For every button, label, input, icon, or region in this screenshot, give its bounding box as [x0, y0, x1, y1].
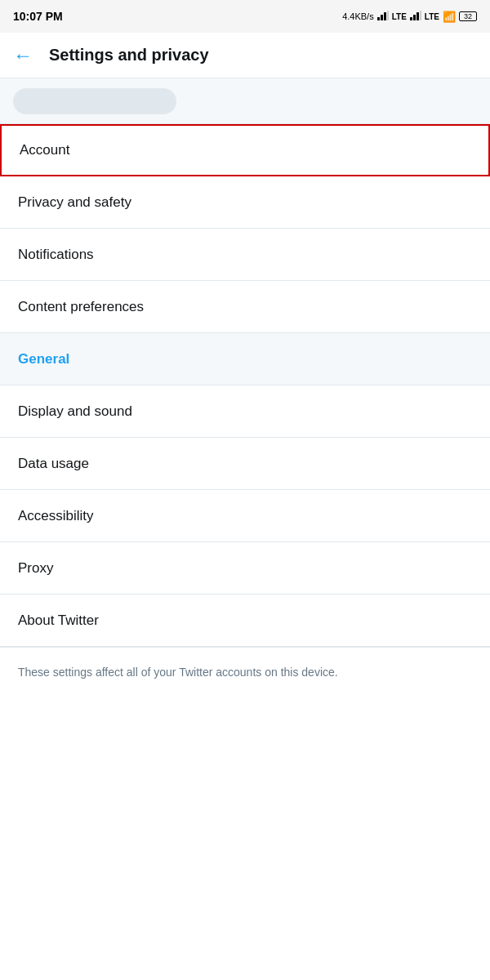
signal-icon-1	[377, 11, 389, 22]
svg-rect-7	[420, 11, 421, 20]
network-label-1: LTE	[392, 12, 407, 21]
svg-rect-6	[416, 12, 419, 20]
menu-item-content-preferences[interactable]: Content preferences	[0, 281, 490, 333]
svg-rect-2	[384, 12, 386, 20]
search-box[interactable]	[13, 88, 176, 114]
network-speed: 4.4KB/s	[342, 11, 374, 21]
footer-note: These settings affect all of your Twitte…	[0, 647, 490, 697]
page-title: Settings and privacy	[49, 46, 209, 65]
menu-item-accessibility[interactable]: Accessibility	[0, 490, 490, 542]
search-area	[0, 78, 490, 124]
menu-item-account[interactable]: Account	[0, 124, 490, 176]
svg-rect-3	[387, 11, 389, 20]
header: ← Settings and privacy	[0, 33, 490, 78]
menu-item-privacy-and-safety[interactable]: Privacy and safety	[0, 176, 490, 229]
status-time: 10:07 PM	[13, 10, 63, 23]
svg-rect-0	[377, 17, 380, 20]
status-icons: 4.4KB/s LTE LTE 📶 32	[342, 11, 477, 23]
menu-item-display-and-sound[interactable]: Display and sound	[0, 385, 490, 438]
signal-icon-2	[410, 11, 421, 22]
status-bar: 10:07 PM 4.4KB/s LTE LTE 📶 32	[0, 0, 490, 33]
network-label-2: LTE	[425, 12, 439, 21]
menu-item-about-twitter[interactable]: About Twitter	[0, 595, 490, 647]
back-button[interactable]: ←	[13, 44, 33, 67]
menu-item-notifications[interactable]: Notifications	[0, 229, 490, 281]
svg-rect-5	[413, 15, 416, 20]
wifi-icon: 📶	[443, 11, 456, 23]
svg-rect-1	[381, 15, 383, 20]
menu-item-data-usage[interactable]: Data usage	[0, 438, 490, 490]
menu-item-proxy[interactable]: Proxy	[0, 542, 490, 595]
svg-rect-4	[410, 17, 412, 20]
battery-icon: 32	[459, 11, 477, 21]
section-header-general: General	[0, 333, 490, 385]
